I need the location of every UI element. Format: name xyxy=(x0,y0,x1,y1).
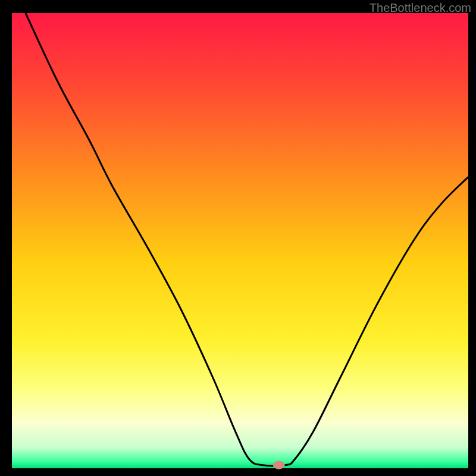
bottleneck-chart: TheBottleneck.com xyxy=(0,0,476,476)
watermark-label: TheBottleneck.com xyxy=(369,1,471,15)
optimum-marker xyxy=(273,461,285,469)
chart-svg xyxy=(0,0,476,476)
svg-rect-2 xyxy=(12,13,468,468)
